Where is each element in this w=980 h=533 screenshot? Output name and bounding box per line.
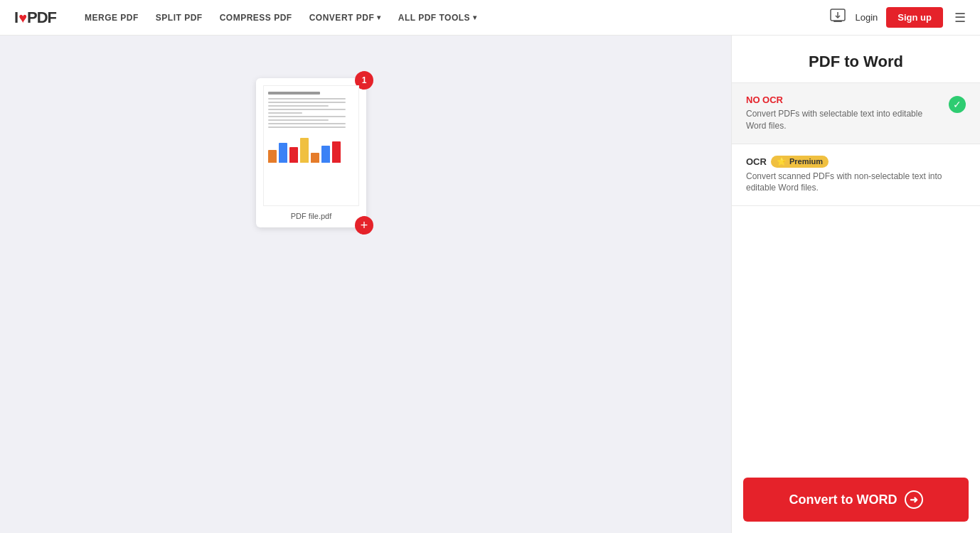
sidebar: PDF to Word NO OCR Convert PDFs with sel… <box>731 36 980 533</box>
pdf-file-card[interactable]: PDF file.pdf <box>256 78 366 227</box>
thumb-line-4 <box>268 109 346 110</box>
chart-bar-3 <box>289 147 298 163</box>
thumb-line-9 <box>268 126 346 128</box>
no-ocr-content: NO OCR Convert PDFs with selectable text… <box>746 95 940 132</box>
pdf-thumbnail <box>263 85 359 206</box>
logo[interactable]: I♥PDF <box>14 9 56 27</box>
thumb-chart <box>268 134 354 163</box>
logo-i: I <box>14 9 18 26</box>
login-button[interactable]: Login <box>856 12 878 23</box>
hamburger-menu-icon[interactable]: ☰ <box>954 10 966 26</box>
chart-bar-4 <box>300 138 309 163</box>
thumb-line-3 <box>268 105 329 107</box>
thumb-line-2 <box>268 102 346 103</box>
thumb-line-1 <box>268 98 346 99</box>
premium-badge: ⭐ Premium <box>771 156 829 168</box>
convert-arrow-icon: ➜ <box>905 490 923 509</box>
logo-heart-icon: ♥ <box>18 10 26 26</box>
header-right: Login Sign up ☰ <box>829 7 966 28</box>
chart-bar-1 <box>268 150 277 163</box>
premium-star-icon: ⭐ <box>777 157 787 166</box>
no-ocr-check-icon: ✓ <box>949 96 966 113</box>
ocr-content: OCR ⭐ Premium Convert scanned PDFs with … <box>746 156 966 195</box>
nav-merge-pdf[interactable]: MERGE PDF <box>78 9 146 27</box>
header: I♥PDF MERGE PDF SPLIT PDF COMPRESS PDF C… <box>0 0 980 36</box>
logo-pdf: PDF <box>27 9 56 26</box>
ocr-title-row: OCR ⭐ Premium <box>746 156 966 168</box>
no-ocr-title: NO OCR <box>746 95 940 105</box>
download-app-icon[interactable] <box>829 7 847 28</box>
content-area: 1 <box>0 36 731 533</box>
thumb-line-5 <box>268 112 302 114</box>
convert-to-word-button[interactable]: Convert to WORD ➜ <box>743 478 969 522</box>
chart-bar-7 <box>332 141 341 163</box>
pdf-filename-label: PDF file.pdf <box>263 212 359 220</box>
sidebar-spacer <box>732 206 980 466</box>
no-ocr-description: Convert PDFs with selectable text into e… <box>746 108 940 132</box>
nav-split-pdf[interactable]: SPLIT PDF <box>149 9 210 27</box>
chart-bar-2 <box>279 143 287 163</box>
convert-pdf-chevron-icon: ▾ <box>377 14 381 21</box>
add-file-badge[interactable]: + <box>355 216 373 235</box>
svg-rect-1 <box>833 21 842 22</box>
main-layout: 1 <box>0 36 980 533</box>
nav-compress-pdf[interactable]: COMPRESS PDF <box>213 9 299 27</box>
no-ocr-option[interactable]: NO OCR Convert PDFs with selectable text… <box>732 83 980 144</box>
pdf-file-card-wrapper: 1 <box>256 78 731 227</box>
logo-text: I♥PDF <box>14 9 56 27</box>
thumb-line-7 <box>268 119 329 121</box>
main-nav: MERGE PDF SPLIT PDF COMPRESS PDF CONVERT… <box>78 9 829 27</box>
chart-bar-5 <box>311 153 319 163</box>
thumb-title-line <box>268 92 320 95</box>
nav-all-tools[interactable]: ALL PDF TOOLS ▾ <box>391 9 484 27</box>
sidebar-title: PDF to Word <box>732 36 980 83</box>
ocr-description: Convert scanned PDFs with non-selectable… <box>746 171 966 195</box>
signup-button[interactable]: Sign up <box>886 7 943 28</box>
chart-bar-6 <box>321 146 330 163</box>
ocr-title: OCR <box>746 156 767 167</box>
convert-button-wrapper: Convert to WORD ➜ <box>732 466 980 533</box>
thumb-line-8 <box>268 123 346 124</box>
all-tools-chevron-icon: ▾ <box>473 14 477 21</box>
ocr-option[interactable]: OCR ⭐ Premium Convert scanned PDFs with … <box>732 144 980 207</box>
nav-convert-pdf[interactable]: CONVERT PDF ▾ <box>302 9 388 27</box>
thumb-line-6 <box>268 116 346 117</box>
